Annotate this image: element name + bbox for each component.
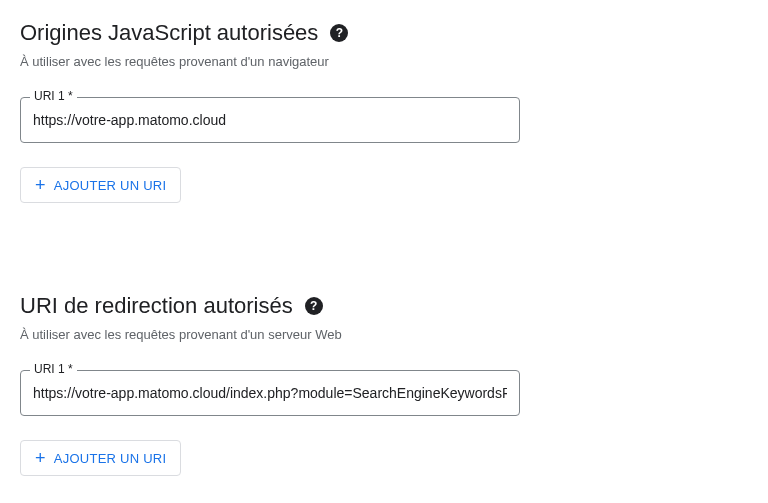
add-button-label: AJOUTER UN URI (54, 451, 167, 466)
plus-icon: + (35, 176, 46, 194)
section-description: À utiliser avec les requêtes provenant d… (20, 327, 748, 342)
plus-icon: + (35, 449, 46, 467)
section-header: URI de redirection autorisés ? (20, 293, 748, 319)
add-uri-button[interactable]: + AJOUTER UN URI (20, 440, 181, 476)
uri-input[interactable] (20, 370, 520, 416)
add-button-label: AJOUTER UN URI (54, 178, 167, 193)
uri-field-label: URI 1 * (30, 89, 77, 103)
section-title: Origines JavaScript autorisées (20, 20, 318, 46)
help-icon[interactable]: ? (330, 24, 348, 42)
section-title: URI de redirection autorisés (20, 293, 293, 319)
help-icon[interactable]: ? (305, 297, 323, 315)
add-uri-button[interactable]: + AJOUTER UN URI (20, 167, 181, 203)
uri-input[interactable] (20, 97, 520, 143)
section-header: Origines JavaScript autorisées ? (20, 20, 748, 46)
javascript-origins-section: Origines JavaScript autorisées ? À utili… (20, 20, 748, 203)
uri-field-wrapper: URI 1 * (20, 370, 520, 416)
redirect-uris-section: URI de redirection autorisés ? À utilise… (20, 293, 748, 476)
uri-field-label: URI 1 * (30, 362, 77, 376)
section-description: À utiliser avec les requêtes provenant d… (20, 54, 748, 69)
uri-field-wrapper: URI 1 * (20, 97, 520, 143)
